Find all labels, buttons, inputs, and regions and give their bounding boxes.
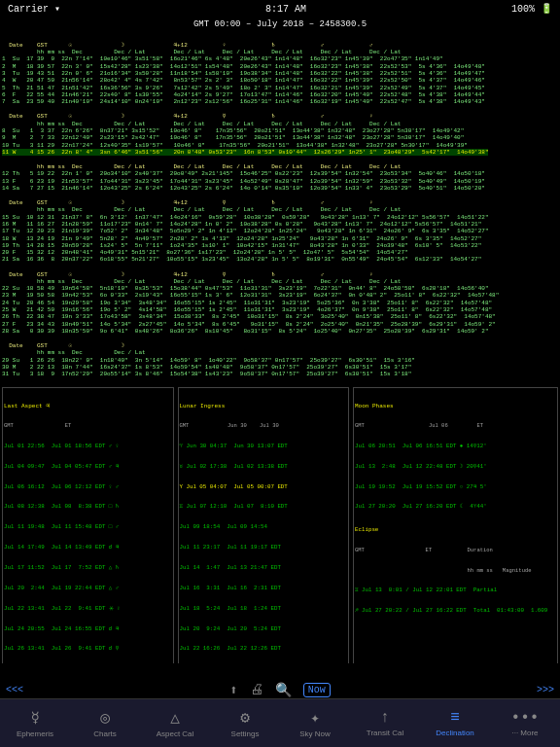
declination-icon: ≡ [450,709,460,727]
main-content: Date GST ☉ ☽ ♃+12 ♀ ♄ ♂ ♂ hh mm ss Dec D… [0,33,560,663]
share-icon[interactable]: ⬆ [229,682,237,698]
title-bar: GMT 00:00 – July 2018 – 2458300.5 [0,18,560,33]
page-title: GMT 00:00 – July 2018 – 2458300.5 [193,19,367,29]
aspect-cal-icon: △ [170,708,180,728]
sky-now-label: Sky Now [299,729,331,738]
print-icon[interactable]: 🖨 [250,682,263,697]
prev-button[interactable]: <<< [6,685,23,695]
more-icon: ••• [511,709,540,727]
sidebar-item-more[interactable]: ••• ··· More [496,701,554,746]
sidebar-item-sky-now[interactable]: ✦ Sky Now [286,701,344,746]
sidebar-item-declination[interactable]: ≡ Declination [426,701,484,746]
search-icon[interactable]: 🔍 [275,682,292,698]
charts-icon: ◎ [100,708,110,728]
status-bar: Carrier ▾ 8:17 AM 100% 🔋 [0,0,560,18]
settings-label: Settings [231,729,260,738]
sidebar-item-transit-cal[interactable]: ↑ Transit Cal [356,701,414,746]
sky-now-icon: ✦ [310,708,320,728]
transit-cal-icon: ↑ [380,709,390,727]
next-button[interactable]: >>> [537,685,554,695]
sidebar-item-aspect-cal[interactable]: △ Aspect Cal [146,701,204,746]
ephemeris-label: Ephemeris [17,729,53,738]
sidebar-item-settings[interactable]: ⚙ Settings [216,701,274,746]
aspect-cal-label: Aspect Cal [157,729,194,738]
carrier-label: Carrier ▾ [8,3,60,15]
bottom-navigation: ☿ Ephemeris ◎ Charts △ Aspect Cal ⚙ Sett… [0,698,560,747]
declination-label: Declination [436,729,474,737]
transit-cal-label: Transit Cal [367,729,403,737]
more-label: ··· More [511,729,538,737]
charts-label: Charts [93,729,117,738]
ephemeris-icon: ☿ [30,708,40,728]
sidebar-item-charts[interactable]: ◎ Charts [76,701,134,746]
now-button[interactable]: Now [303,683,331,697]
settings-icon: ⚙ [240,708,250,728]
sidebar-item-ephemeris[interactable]: ☿ Ephemeris [6,701,64,746]
time-label: 8:17 AM [265,4,306,15]
battery-label: 100% 🔋 [511,3,552,15]
